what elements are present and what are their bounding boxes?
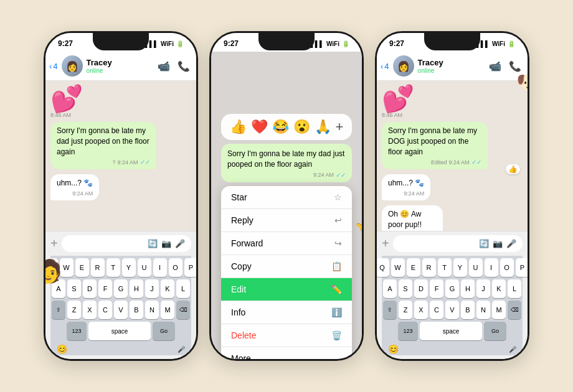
key-m[interactable]: M (161, 301, 174, 319)
key-go[interactable]: Go (153, 322, 175, 340)
key-u[interactable]: U (138, 258, 151, 277)
key-b[interactable]: B (130, 301, 143, 319)
key-z[interactable]: Z (67, 301, 81, 319)
key-a-3[interactable]: A (383, 279, 397, 298)
time-1: 9:27 (58, 39, 73, 48)
key-o-3[interactable]: O (500, 258, 514, 277)
audio-icon[interactable]: 🎤 (175, 239, 185, 248)
input-field-3[interactable]: 🔄 📷 🎤 (393, 235, 523, 252)
menu-copy[interactable]: Copy 📋 (221, 255, 352, 278)
key-h-3[interactable]: H (461, 279, 475, 298)
plus-button-1[interactable]: + (50, 236, 58, 251)
context-menu: Star ☆ Reply ↩ Forward ↪ Copy 📋 Edit (221, 186, 352, 359)
key-c-3[interactable]: C (430, 301, 443, 319)
key-c[interactable]: C (98, 301, 112, 319)
key-u-3[interactable]: U (469, 258, 483, 277)
reaction-wow[interactable]: 😮 (293, 119, 310, 135)
back-button-3[interactable]: ‹ 4 (381, 62, 389, 71)
key-d[interactable]: D (83, 279, 97, 298)
key-f[interactable]: F (98, 279, 112, 298)
key-p[interactable]: P (184, 258, 197, 277)
reaction-pray[interactable]: 🙏 (315, 119, 331, 135)
key-go-3[interactable]: Go (484, 322, 506, 340)
emoji-key-1[interactable]: 😊 (57, 344, 67, 354)
key-v-3[interactable]: V (445, 301, 459, 319)
video-icon-3[interactable]: 📹 (489, 60, 501, 72)
key-e[interactable]: E (75, 258, 89, 277)
key-g[interactable]: G (114, 279, 128, 298)
key-n[interactable]: N (145, 301, 159, 319)
call-icon-1[interactable]: 📞 (178, 60, 190, 72)
menu-delete[interactable]: Delete 🗑️ (221, 324, 352, 347)
mic-bottom-3[interactable]: 🎤 (509, 346, 516, 353)
camera-icon-3[interactable]: 📷 (493, 239, 503, 248)
question-mark: ? (112, 159, 115, 167)
key-shift-3[interactable]: ⇧ (383, 301, 397, 319)
input-row-1: + 🔄 📷 🎤 (50, 235, 191, 252)
key-space[interactable]: space (88, 322, 151, 340)
key-shift[interactable]: ⇧ (52, 301, 65, 319)
menu-forward[interactable]: Forward ↪ (221, 232, 352, 255)
video-icon-1[interactable]: 📹 (158, 60, 170, 72)
key-123-3[interactable]: 123 (398, 322, 418, 340)
emoji-key-3[interactable]: 😊 (388, 344, 399, 354)
key-d-3[interactable]: D (414, 279, 428, 298)
key-g-3[interactable]: G (445, 279, 459, 298)
key-f-3[interactable]: F (430, 279, 443, 298)
key-x-3[interactable]: X (414, 301, 428, 319)
key-123[interactable]: 123 (67, 322, 87, 340)
menu-more[interactable]: More... (221, 347, 352, 359)
audio-icon-3[interactable]: 🎤 (506, 239, 516, 248)
key-j[interactable]: J (145, 279, 159, 298)
key-n-3[interactable]: N (476, 301, 490, 319)
key-l-3[interactable]: L (508, 279, 521, 298)
menu-star[interactable]: Star ☆ (221, 186, 352, 209)
key-x[interactable]: X (83, 301, 97, 319)
key-w-3[interactable]: W (391, 258, 405, 277)
key-z-3[interactable]: Z (399, 301, 412, 319)
key-h[interactable]: H (130, 279, 143, 298)
key-m-3[interactable]: M (492, 301, 506, 319)
key-p-3[interactable]: P (516, 258, 528, 277)
key-j-3[interactable]: J (476, 279, 490, 298)
reaction-thumbs-up[interactable]: 👍 (230, 119, 247, 135)
key-e-3[interactable]: E (407, 258, 420, 277)
sent-time-1: ? 9:24 AM ✓✓ (57, 158, 150, 167)
camera-icon[interactable]: 📷 (161, 239, 171, 248)
plus-button-3[interactable]: + (382, 236, 389, 251)
key-space-3[interactable]: space (420, 322, 482, 340)
input-field-1[interactable]: 🔄 📷 🎤 (62, 235, 191, 252)
reaction-add[interactable]: + (336, 119, 344, 135)
reaction-laugh[interactable]: 😂 (272, 119, 289, 135)
mic-bottom[interactable]: 🎤 (178, 346, 185, 353)
key-s-3[interactable]: S (399, 279, 412, 298)
menu-info[interactable]: Info ℹ️ (221, 301, 352, 324)
key-q-3[interactable]: Q (377, 258, 389, 277)
key-l[interactable]: L (176, 279, 190, 298)
menu-reply[interactable]: Reply ↩ (221, 209, 352, 232)
key-i-3[interactable]: I (485, 258, 498, 277)
key-k[interactable]: K (161, 279, 174, 298)
key-b-3[interactable]: B (461, 301, 475, 319)
key-k-3[interactable]: K (492, 279, 506, 298)
key-y-3[interactable]: Y (453, 258, 467, 277)
key-r[interactable]: R (91, 258, 105, 277)
key-s[interactable]: S (67, 279, 81, 298)
key-y[interactable]: Y (122, 258, 136, 277)
menu-edit[interactable]: Edit ✏️ (221, 278, 352, 301)
time-2: 9:27 (224, 39, 239, 48)
key-t[interactable]: T (107, 258, 120, 277)
key-delete[interactable]: ⌫ (176, 301, 190, 319)
back-button-1[interactable]: ‹ 4 (49, 62, 58, 71)
gif-icon[interactable]: 🔄 (148, 239, 158, 248)
key-delete-3[interactable]: ⌫ (508, 301, 521, 319)
reaction-heart[interactable]: ❤️ (251, 119, 268, 135)
key-i[interactable]: I (153, 258, 167, 277)
key-o[interactable]: O (169, 258, 182, 277)
chat-header-3: ‹ 4 👩 Tracey online 📹 📞 (377, 52, 528, 81)
phone-2: 9:27 ▌▌▌ WiFi 🔋 👍 ❤️ 😂 😮 🙏 + Sorry I'm g… (209, 31, 364, 361)
key-r-3[interactable]: R (422, 258, 436, 277)
key-v[interactable]: V (114, 301, 128, 319)
key-t-3[interactable]: T (438, 258, 452, 277)
gif-icon-3[interactable]: 🔄 (479, 239, 489, 248)
